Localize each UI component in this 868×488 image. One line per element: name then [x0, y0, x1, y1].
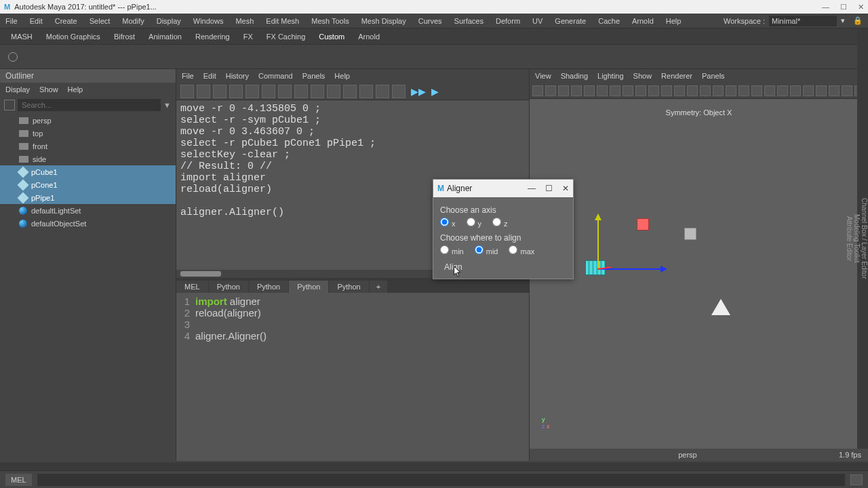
object-plane[interactable] [684, 228, 696, 240]
vp-menu-show[interactable]: Show [633, 72, 652, 80]
se-tool-button-13[interactable] [392, 85, 406, 98]
axis-radio-x[interactable]: x [440, 218, 456, 228]
window-maximize-button[interactable]: ☐ [840, 3, 847, 12]
menu-create[interactable]: Create [55, 17, 77, 25]
menu-deform[interactable]: Deform [496, 17, 520, 25]
side-tab-channel-box-layer-editor[interactable]: Channel Box / Layer Editor [861, 28, 868, 449]
vp-tool-button-9[interactable] [648, 85, 659, 96]
vp-menu-renderer[interactable]: Renderer [661, 72, 692, 80]
vp-menu-panels[interactable]: Panels [702, 72, 725, 80]
vp-tool-button-12[interactable] [687, 85, 698, 96]
script-input[interactable]: 1import aligner2reload(aligner)34aligner… [176, 293, 529, 461]
vp-tool-button-5[interactable] [597, 85, 608, 96]
vp-tool-button-21[interactable] [803, 85, 814, 96]
vp-tool-button-7[interactable] [623, 85, 633, 96]
gizmo-y-axis[interactable] [597, 216, 599, 270]
menu-display[interactable]: Display [157, 17, 181, 25]
workspace-input[interactable] [769, 16, 837, 26]
window-close-button[interactable]: ✕ [858, 3, 864, 12]
chevron-down-icon[interactable]: ▼ [163, 101, 172, 109]
workspace-selector[interactable]: Workspace : ▾ 🔒 [724, 16, 863, 26]
se-tool-button-2[interactable] [213, 85, 226, 98]
se-tab-1[interactable]: Python [209, 281, 248, 293]
axis-radio-y[interactable]: y [467, 218, 482, 228]
se-tool-button-1[interactable] [197, 85, 210, 98]
se-menu-panels[interactable]: Panels [302, 72, 326, 80]
outliner-item-top[interactable]: top [0, 127, 176, 140]
menu-generate[interactable]: Generate [555, 17, 586, 25]
menu-curves[interactable]: Curves [418, 17, 442, 25]
object-pcone1[interactable] [711, 299, 730, 315]
vp-menu-lighting[interactable]: Lighting [597, 72, 624, 80]
outliner-menu-show[interactable]: Show [39, 85, 58, 94]
se-tool-button-4[interactable] [245, 85, 259, 98]
se-tool-button-0[interactable] [180, 85, 194, 98]
vp-tool-button-17[interactable] [751, 85, 762, 96]
se-menu-history[interactable]: History [226, 72, 249, 80]
shelf-tab-custom[interactable]: Custom [319, 33, 344, 41]
outliner-item-ppipe1[interactable]: pPipe1 [0, 191, 176, 204]
menu-windows[interactable]: Windows [193, 17, 224, 25]
command-output-toggle[interactable] [850, 474, 863, 485]
vp-tool-button-16[interactable] [738, 85, 749, 96]
side-tab-modeling-toolkit[interactable]: Modeling Toolkit [853, 28, 861, 449]
vp-tool-button-8[interactable] [635, 85, 646, 96]
se-tab-0[interactable]: MEL [176, 281, 208, 293]
se-tab-2[interactable]: Python [249, 281, 288, 293]
menu-edit[interactable]: Edit [30, 17, 43, 25]
execute-all-button[interactable]: ▶▶ [411, 86, 426, 97]
outliner-item-front[interactable]: front [0, 140, 176, 152]
vp-menu-view[interactable]: View [535, 72, 551, 80]
axis-radio-z[interactable]: z [492, 218, 508, 228]
timeline-scrollbar[interactable] [0, 462, 868, 470]
shelf-tab-rendering[interactable]: Rendering [195, 33, 230, 41]
outliner-item-defaultlightset[interactable]: defaultLightSet [0, 204, 176, 217]
gear-icon[interactable] [8, 52, 18, 62]
menu-arnold[interactable]: Arnold [632, 17, 654, 25]
se-menu-file[interactable]: File [182, 72, 194, 80]
mode-radio-mid[interactable]: mid [475, 245, 498, 256]
workspace-dropdown-icon[interactable]: ▾ [841, 16, 845, 25]
mode-radio-min[interactable]: min [440, 245, 464, 256]
viewport-3d[interactable]: Symmetry: Object X y z x [530, 99, 868, 449]
se-menu-command[interactable]: Command [258, 72, 293, 80]
outliner-item-pcone1[interactable]: pCone1 [0, 178, 176, 191]
vp-menu-shading[interactable]: Shading [561, 72, 588, 80]
code-line[interactable]: 2reload(aligner) [176, 307, 529, 319]
vp-tool-button-19[interactable] [777, 85, 788, 96]
se-tab-4[interactable]: Python [329, 281, 368, 293]
scrollbar-thumb[interactable] [180, 271, 221, 277]
aligner-maximize-button[interactable]: ☐ [545, 184, 553, 193]
right-side-tabs[interactable]: Channel Box / Layer EditorModeling Toolk… [857, 28, 868, 449]
se-tool-button-10[interactable] [343, 85, 357, 98]
execute-button[interactable]: ▶ [431, 86, 439, 97]
menu-surfaces[interactable]: Surfaces [454, 17, 484, 25]
outliner-item-pcube1[interactable]: pCube1 [0, 165, 176, 178]
shelf-tab-fx-caching[interactable]: FX Caching [267, 33, 305, 41]
menu-help[interactable]: Help [666, 17, 682, 25]
code-line[interactable]: 1import aligner [176, 296, 529, 307]
menu-select[interactable]: Select [90, 17, 111, 25]
vp-tool-button-10[interactable] [661, 85, 672, 96]
menu-mesh-display[interactable]: Mesh Display [361, 17, 406, 25]
outliner-item-defaultobjectset[interactable]: defaultObjectSet [0, 217, 176, 230]
se-tab-add-button[interactable]: + [370, 281, 387, 293]
aligner-minimize-button[interactable]: — [528, 184, 536, 193]
code-line[interactable]: 3 [176, 319, 529, 330]
outliner-filter-icon[interactable] [4, 100, 15, 110]
se-menu-help[interactable]: Help [334, 72, 350, 80]
window-minimize-button[interactable]: — [822, 3, 829, 12]
side-tab-attribute-editor[interactable]: Attribute Editor [846, 28, 853, 449]
se-tool-button-7[interactable] [294, 85, 308, 98]
vp-tool-button-23[interactable] [829, 85, 840, 96]
aligner-titlebar[interactable]: M Aligner — ☐ ✕ [433, 180, 573, 197]
aligner-close-button[interactable]: ✕ [562, 184, 569, 193]
shelf-tab-bifrost[interactable]: Bifrost [114, 33, 135, 41]
vp-tool-button-11[interactable] [674, 85, 685, 96]
shelf-tab-animation[interactable]: Animation [149, 33, 182, 41]
vp-tool-button-0[interactable] [532, 85, 543, 96]
command-input[interactable] [37, 474, 845, 486]
vp-tool-button-6[interactable] [610, 85, 620, 96]
vp-tool-button-18[interactable] [764, 85, 775, 96]
outliner-item-persp[interactable]: persp [0, 114, 176, 127]
